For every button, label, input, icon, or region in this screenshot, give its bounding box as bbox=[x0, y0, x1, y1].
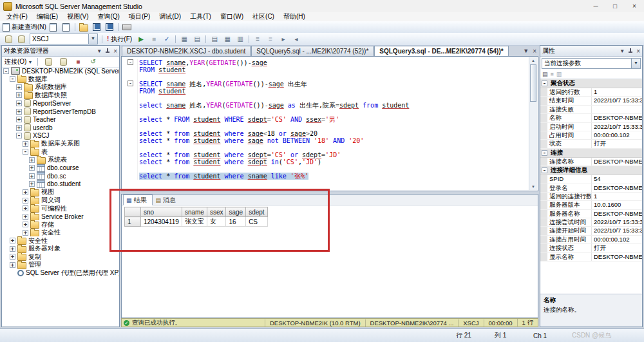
properties-object-combobox[interactable]: 当前连接参数 ▼ bbox=[542, 58, 641, 69]
results-tab[interactable]: ▦ 结果 bbox=[123, 195, 153, 205]
tree-item[interactable]: +数据库快照 bbox=[2, 91, 119, 100]
minimize-button[interactable]: ─ bbox=[586, 0, 605, 12]
indent-icon[interactable]: ▸ bbox=[277, 34, 290, 44]
tree-item[interactable]: -表 bbox=[2, 147, 119, 156]
expander-icon[interactable]: + bbox=[16, 117, 22, 122]
property-row[interactable]: 状态打开 bbox=[540, 140, 642, 148]
expander-icon[interactable]: + bbox=[23, 198, 28, 204]
tree-item[interactable]: +ReportServer bbox=[2, 99, 119, 108]
menu-item[interactable]: 视图(V) bbox=[62, 12, 93, 21]
scroll-down-icon[interactable]: ▼ bbox=[529, 184, 537, 190]
property-row[interactable]: SPID54 bbox=[540, 175, 642, 184]
tree-item[interactable]: +视图 bbox=[2, 188, 119, 196]
scroll-up-icon[interactable]: ▲ bbox=[529, 57, 537, 64]
collapse-icon[interactable]: - bbox=[542, 150, 547, 156]
tree-item[interactable]: +userdb bbox=[2, 124, 119, 132]
messages-tab[interactable]: ▤ 消息 bbox=[153, 195, 182, 205]
tree-item[interactable]: +安全性 bbox=[2, 236, 119, 245]
property-row[interactable]: 返回的行数1 bbox=[540, 88, 642, 97]
query-options-icon[interactable]: ▤ bbox=[191, 34, 204, 44]
property-row[interactable]: 占用时间00:00:00.102 bbox=[540, 131, 642, 140]
categorized-icon[interactable]: ▤ bbox=[542, 70, 548, 79]
connect-database-icon[interactable] bbox=[42, 57, 55, 67]
tree-item[interactable]: +可编程性 bbox=[2, 204, 119, 213]
property-row[interactable]: 显示名称DESKTOP-NBME2IK bbox=[540, 253, 642, 261]
document-tab[interactable]: DESKTOP-NBME2IK.XSCJ - dbo.student bbox=[122, 46, 251, 56]
active-files-icon[interactable]: ▼ bbox=[523, 48, 529, 55]
maximize-button[interactable]: □ bbox=[605, 0, 625, 12]
tree-item[interactable]: +同义词 bbox=[2, 196, 119, 205]
grid-cell[interactable]: 女 bbox=[207, 217, 226, 227]
window-menu-icon[interactable]: ▼ bbox=[620, 48, 625, 54]
expander-icon[interactable]: + bbox=[10, 238, 15, 243]
expander-icon[interactable]: + bbox=[29, 181, 35, 187]
expander-icon[interactable]: + bbox=[16, 100, 22, 106]
save-icon[interactable] bbox=[90, 22, 103, 32]
debug-icon[interactable]: ▶ bbox=[135, 34, 147, 44]
property-row[interactable]: 连接占用时间00:00:00.102 bbox=[540, 236, 642, 244]
expander-icon[interactable]: + bbox=[10, 254, 15, 260]
property-pages-icon[interactable]: ▥ bbox=[556, 70, 562, 79]
open-file-icon[interactable] bbox=[77, 22, 90, 32]
tree-item[interactable]: +安全性 bbox=[2, 229, 119, 237]
expander-icon[interactable]: - bbox=[23, 149, 28, 155]
scrollbar-thumb[interactable] bbox=[530, 64, 536, 102]
tree-item[interactable]: -DESKTOP-NBME2IK (SQL Server 10.0.160 bbox=[2, 67, 119, 75]
menu-item[interactable]: 帮助(H) bbox=[279, 12, 310, 21]
menu-item[interactable]: 文件(F) bbox=[2, 12, 32, 21]
close-document-icon[interactable]: × bbox=[533, 48, 536, 55]
column-header[interactable]: sdept bbox=[246, 207, 267, 217]
expander-icon[interactable]: + bbox=[16, 125, 22, 131]
sql-editor[interactable]: -SELECT sname,YEAR(GETDATE())-sageFROM s… bbox=[121, 56, 538, 191]
property-row[interactable]: 连接失败 bbox=[540, 106, 642, 114]
property-category[interactable]: -连接 bbox=[540, 149, 642, 158]
property-row[interactable]: 返回的连接行数1 bbox=[540, 193, 642, 201]
expander-icon[interactable]: + bbox=[29, 165, 35, 171]
expander-icon[interactable]: + bbox=[23, 222, 28, 227]
expander-icon[interactable]: + bbox=[10, 262, 15, 268]
expander-icon[interactable]: - bbox=[10, 76, 15, 82]
new-query-button[interactable]: 新建查询(N) bbox=[2, 22, 47, 32]
menu-item[interactable]: 窗口(W) bbox=[216, 12, 248, 21]
outdent-icon[interactable]: ◂ bbox=[290, 34, 303, 44]
expander-icon[interactable]: + bbox=[16, 84, 22, 90]
property-row[interactable]: 连接开始时间2022/10/7 15:33:36 bbox=[540, 227, 642, 235]
close-button[interactable]: × bbox=[625, 0, 644, 12]
property-row[interactable]: 名称DESKTOP-NBME2IK bbox=[540, 114, 642, 122]
tree-item[interactable]: +数据库关系图 bbox=[2, 140, 119, 148]
disconnect-icon[interactable] bbox=[57, 57, 70, 67]
stop-icon[interactable]: ■ bbox=[71, 57, 84, 67]
property-row[interactable]: 结束时间2022/10/7 15:33:36 bbox=[540, 97, 642, 105]
results-to-file-icon[interactable]: ▥ bbox=[234, 34, 247, 44]
tree-item[interactable]: +系统表 bbox=[2, 156, 119, 164]
row-header[interactable]: 1 bbox=[125, 217, 141, 227]
analysis-services-query-icon[interactable] bbox=[60, 22, 73, 32]
menu-item[interactable]: 编辑(E) bbox=[32, 12, 62, 21]
tree-item[interactable]: +管理 bbox=[2, 261, 119, 269]
tree-item[interactable]: +dbo.course bbox=[2, 164, 119, 173]
property-row[interactable]: 服务器版本10.0.1600 bbox=[540, 201, 642, 209]
expander-icon[interactable]: + bbox=[29, 157, 35, 163]
expander-icon[interactable]: + bbox=[29, 173, 35, 179]
pin-icon[interactable] bbox=[628, 48, 633, 54]
window-menu-icon[interactable]: ▼ bbox=[97, 48, 102, 54]
database-combobox[interactable]: XSCJ ▼ bbox=[30, 33, 98, 44]
execute-button[interactable]: ! 执行(F) bbox=[104, 34, 135, 44]
property-row[interactable]: 连接状态打开 bbox=[540, 244, 642, 252]
connect-menu-button[interactable]: 连接(O) ▼ bbox=[3, 57, 33, 66]
save-all-icon[interactable] bbox=[103, 22, 116, 32]
expander-icon[interactable]: + bbox=[23, 189, 28, 195]
menu-item[interactable]: 社区(C) bbox=[248, 12, 279, 21]
tree-item[interactable]: +Teacher bbox=[2, 115, 119, 124]
menu-item[interactable]: 查询(Q) bbox=[93, 12, 124, 21]
menu-item[interactable]: 调试(D) bbox=[155, 12, 185, 21]
expander-icon[interactable]: + bbox=[23, 214, 28, 220]
estimated-plan-icon[interactable]: ▦ bbox=[178, 34, 191, 44]
tree-item[interactable]: +ReportServerTempDB bbox=[2, 108, 119, 116]
expander-icon[interactable]: - bbox=[16, 133, 22, 138]
property-row[interactable]: 登录名DESKTOP-NBME2IK bbox=[540, 184, 642, 193]
connect-icon[interactable] bbox=[2, 34, 15, 44]
column-header[interactable]: sname bbox=[182, 207, 207, 217]
comment-icon[interactable]: ≡ bbox=[251, 34, 264, 44]
parse-icon[interactable]: ✓ bbox=[160, 34, 173, 44]
